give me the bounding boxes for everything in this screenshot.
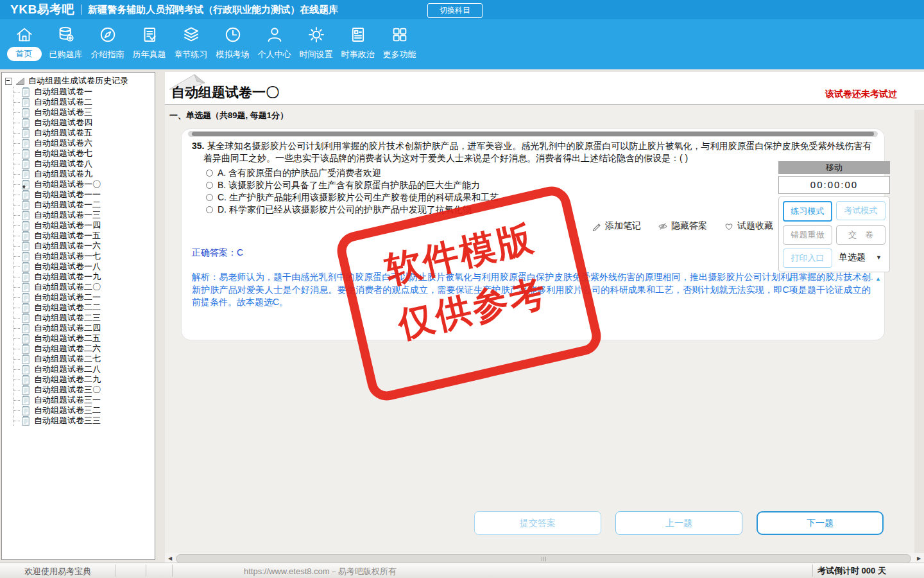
tree-item[interactable]: 自动组题试卷五 [13,128,155,138]
option-row[interactable]: C. 生产护肤产品能利用该摄影胶片公司生产胶卷使用的科研成果和工艺 [206,191,499,204]
question-body: 某全球知名摄影胶片公司计划利用掌握的胶片技术创新护肤产品，进军美容业。感光乳剂中… [203,141,871,163]
tree-item[interactable]: 自动组题试卷九 [13,169,155,179]
tree-item[interactable]: 自动组题试卷一〇 [13,179,155,189]
toolbar-item-politics[interactable]: 时事政治 [337,19,379,61]
prev-question-button[interactable]: 上一题 [615,511,742,535]
tree-item[interactable]: 自动组题试卷一五 [13,231,155,241]
toolbar-item-guide[interactable]: 介绍指南 [87,19,128,61]
submit-paper-button[interactable]: 交 卷 [836,225,886,245]
exam-paper-icon [22,324,34,333]
submit-answer-button[interactable]: 提交答案 [474,511,601,535]
scroll-dotted-track [796,279,873,280]
radio-icon[interactable] [206,194,213,201]
tree-item[interactable]: 自动组题试卷三三 [13,416,155,426]
tree-item[interactable]: 自动组题试卷一四 [13,220,155,231]
toolbar-item-label: 个人中心 [258,49,291,60]
toolbar-item-label: 已购题库 [49,49,83,60]
workspace: 自动组题生成试卷历史记录 自动组题试卷一自动组题试卷二自动组题试卷三自动组题试卷… [0,69,924,563]
question-top-scrollbar[interactable] [188,131,878,137]
add-note-button[interactable]: 添加笔记 [592,220,641,232]
collapse-minus-icon[interactable] [5,78,12,85]
tree-item[interactable]: 自动组题试卷三〇 [13,385,155,395]
tree-item[interactable]: 自动组题试卷二 [13,97,155,107]
tree-item[interactable]: 自动组题试卷三 [13,107,155,118]
scroll-triangle-left-icon: ▲ [787,276,793,282]
tree-item[interactable]: 自动组题试卷二九 [13,374,155,385]
layers-icon [182,25,201,44]
practice-mode-button[interactable]: 练习模式 [783,201,832,222]
grid-icon [390,25,409,44]
tree-item[interactable]: 自动组题试卷一八 [13,261,155,272]
tree-item[interactable]: 自动组题试卷一二 [13,200,155,210]
print-entry-button[interactable]: 打印入口 [783,249,832,268]
toolbar-item-profile[interactable]: 个人中心 [253,19,295,61]
heart-icon [724,221,734,231]
exam-paper-icon [22,149,34,159]
add-note-label: 添加笔记 [605,220,641,232]
redo-wrong-button[interactable]: 错题重做 [783,225,832,245]
toolbar-item-chapter[interactable]: 章节练习 [170,19,212,61]
radio-icon[interactable] [206,182,213,189]
tree-item[interactable]: 自动组题试卷六 [13,138,155,148]
tree-item[interactable]: 自动组题试卷一七 [13,251,155,261]
exam-mode-button[interactable]: 考试模式 [836,201,886,220]
tree-item[interactable]: 自动组题试卷二七 [13,354,155,364]
radio-icon[interactable] [206,170,213,177]
tree-item[interactable]: 自动组题试卷一 [13,87,155,97]
panel-scroll-indicator[interactable]: ▲ ▲ [778,276,890,282]
tree-item[interactable]: 自动组题试卷二〇 [13,282,155,292]
tree-item[interactable]: 自动组题试卷一九 [13,272,155,282]
toolbar-item-more[interactable]: 更多功能 [379,19,420,61]
toolbar-item-time[interactable]: 时间设置 [295,19,337,61]
tree-root-node[interactable]: 自动组题生成试卷历史记录 [5,75,155,87]
tree-item[interactable]: 自动组题试卷二八 [13,364,155,374]
exam-paper-icon [22,190,34,200]
exam-paper-icon [22,118,34,128]
option-row[interactable]: B. 该摄影胶片公司具备了生产含有胶原蛋白护肤品的巨大生产能力 [206,179,499,191]
exam-paper-icon [22,416,34,426]
tree-item[interactable]: 自动组题试卷二一 [13,292,155,302]
toolbar-item-home[interactable]: 首页 [3,19,45,61]
scrollbar-track[interactable] [175,554,914,563]
tree-item[interactable]: 自动组题试卷七 [13,148,155,159]
tree-item[interactable]: 自动组题试卷八 [13,159,155,169]
switch-subject-button[interactable]: 切换科目 [427,3,483,18]
next-question-button[interactable]: 下一题 [757,511,884,535]
option-label: C. 生产护肤产品能利用该摄影胶片公司生产胶卷使用的科研成果和工艺 [218,192,499,204]
toolbar-item-label: 首页 [7,47,42,61]
tree-item[interactable]: 自动组题试卷二三 [13,313,155,323]
exam-paper-icon [22,283,34,292]
tree-item[interactable]: 自动组题试卷二六 [13,344,155,354]
tree-item[interactable]: 自动组题试卷一三 [13,210,155,220]
toolbar-item-mock[interactable]: 模拟考场 [212,19,253,61]
scroll-right-arrow-icon[interactable]: ▶ [914,556,924,561]
tree-item[interactable]: 自动组题试卷一一 [13,189,155,200]
toolbar-item-bank[interactable]: 已购题库 [45,19,87,61]
tree-item[interactable]: 自动组题试卷二四 [13,323,155,333]
scrollbar-thumb[interactable] [176,554,911,563]
favorite-button[interactable]: 试题收藏 [724,220,773,232]
tree-item[interactable]: 自动组题试卷三二 [13,405,155,416]
exam-paper-icon [22,87,34,97]
option-row[interactable]: A. 含有胶原蛋白的护肤品广受消费者欢迎 [206,167,499,179]
tree-item[interactable]: 自动组题试卷二五 [13,333,155,344]
scroll-left-arrow-icon[interactable]: ◀ [165,556,175,561]
exam-paper-icon [22,365,34,374]
toolbar-item-past[interactable]: 历年真题 [128,19,170,61]
tree-item[interactable]: 自动组题试卷二二 [13,302,155,313]
panel-drag-handle[interactable]: 移动 [778,161,890,174]
exam-paper-icon [22,334,34,344]
radio-icon[interactable] [206,206,213,213]
main-horizontal-scrollbar[interactable]: ◀ ▶ [165,553,924,563]
history-folder-icon [15,77,28,85]
section-header: 一、单选题（共89题, 每题1分） [169,110,288,121]
question-top-scrollbar-thumb[interactable] [192,132,874,136]
exam-paper-icon [22,406,34,416]
tree-item[interactable]: 自动组题试卷一六 [13,241,155,251]
question-actions: 添加笔记 隐藏答案 试题收藏 [592,220,773,232]
tree-item[interactable]: 自动组题试卷四 [13,118,155,128]
tree-item-label: 自动组题试卷三三 [34,415,101,426]
hide-answer-button[interactable]: 隐藏答案 [658,220,707,232]
tree-item[interactable]: 自动组题试卷三一 [13,395,155,405]
question-type-dropdown[interactable]: 单选题 ▼ [836,249,886,267]
